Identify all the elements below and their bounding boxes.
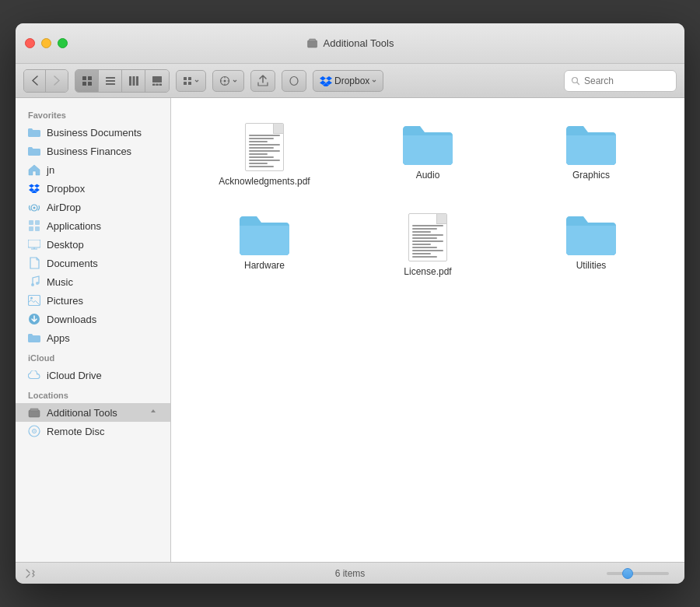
dropbox-chevron-icon <box>372 79 376 83</box>
sidebar-item-apps[interactable]: Apps <box>16 328 170 347</box>
sidebar-item-additional-tools[interactable]: Additional Tools <box>16 403 170 422</box>
file-name: Hardware <box>244 260 285 271</box>
file-item-graphics[interactable]: Graphics <box>513 114 669 196</box>
svg-rect-8 <box>106 83 115 85</box>
share-button[interactable] <box>250 70 275 92</box>
folder-icon <box>28 145 40 157</box>
nav-buttons <box>23 69 68 93</box>
sidebar-item-label: jn <box>47 164 54 176</box>
folder-icon <box>403 123 453 165</box>
sidebar-item-airdrop[interactable]: AirDrop <box>16 198 170 216</box>
sidebar-item-label: Downloads <box>47 314 96 325</box>
applications-icon <box>28 219 40 232</box>
icloud-label: iCloud <box>16 347 170 366</box>
file-item-audio[interactable]: Audio <box>350 114 506 196</box>
file-name: Audio <box>416 170 440 181</box>
traffic-lights <box>25 38 68 48</box>
sidebar-item-icloud-drive[interactable]: iCloud Drive <box>16 366 170 384</box>
list-view-button[interactable] <box>99 70 122 92</box>
file-item-utilities[interactable]: Utilities <box>513 204 669 286</box>
svg-rect-0 <box>308 40 317 47</box>
eject-icon[interactable] <box>149 407 158 419</box>
svg-rect-29 <box>35 226 40 231</box>
icloud-icon <box>28 369 40 381</box>
svg-rect-15 <box>159 83 163 86</box>
home-icon <box>28 163 40 176</box>
sidebar-item-desktop[interactable]: Desktop <box>16 235 170 254</box>
locations-label: Locations <box>16 384 170 403</box>
arrange-button[interactable] <box>176 70 206 92</box>
drive-icon <box>306 37 319 50</box>
search-input[interactable] <box>584 75 670 86</box>
sidebar-item-jn[interactable]: jn <box>16 160 170 179</box>
sidebar-item-pictures[interactable]: Pictures <box>16 291 170 310</box>
svg-rect-2 <box>82 76 86 80</box>
minimize-button[interactable] <box>41 38 51 48</box>
file-name: Utilities <box>576 260 607 271</box>
svg-rect-26 <box>29 220 33 225</box>
statusbar-tools <box>25 568 36 579</box>
svg-rect-11 <box>136 76 138 86</box>
documents-icon <box>28 257 40 269</box>
gallery-view-button[interactable] <box>145 70 169 92</box>
sidebar-item-applications[interactable]: Applications <box>16 216 170 235</box>
sidebar-item-label: Business Finances <box>47 146 131 157</box>
sidebar-item-label: Applications <box>47 220 101 232</box>
sidebar-item-label: Business Documents <box>47 127 142 139</box>
sidebar-item-label: Documents <box>47 258 98 269</box>
sidebar-item-music[interactable]: Music <box>16 272 170 291</box>
file-item-acknowledgments[interactable]: Acknowledgments.pdf <box>187 114 342 196</box>
dropbox-icon <box>320 75 332 86</box>
sidebar-item-downloads[interactable]: Downloads <box>16 310 170 328</box>
pdf-icon <box>245 123 284 171</box>
svg-point-31 <box>31 283 34 286</box>
svg-rect-28 <box>29 226 33 231</box>
zoom-slider[interactable] <box>607 572 669 575</box>
sidebar-item-documents[interactable]: Documents <box>16 254 170 272</box>
file-name: Acknowledgments.pdf <box>219 176 310 187</box>
pdf-icon <box>408 213 447 261</box>
sidebar-item-remote-disc[interactable]: Remote Disc <box>16 422 170 440</box>
file-item-license[interactable]: License.pdf <box>350 204 506 286</box>
folder-icon <box>566 213 616 255</box>
dropbox-icon <box>28 182 40 195</box>
downloads-icon <box>28 313 40 325</box>
close-button[interactable] <box>25 38 35 48</box>
action-button[interactable] <box>212 70 244 92</box>
sidebar-item-business-documents[interactable]: Business Documents <box>16 123 170 142</box>
svg-rect-27 <box>35 220 40 225</box>
forward-button[interactable] <box>46 70 68 92</box>
search-box[interactable] <box>564 70 677 92</box>
tag-button[interactable] <box>282 70 306 92</box>
folder-icon <box>28 126 40 139</box>
svg-rect-37 <box>30 409 38 411</box>
dropbox-button[interactable]: Dropbox <box>313 70 383 92</box>
sidebar-item-label: Additional Tools <box>47 407 117 419</box>
file-name: Graphics <box>572 170 610 181</box>
svg-rect-17 <box>188 77 191 80</box>
back-button[interactable] <box>24 70 46 92</box>
slider-thumb[interactable] <box>622 568 633 579</box>
sidebar-item-label: Remote Disc <box>47 426 104 437</box>
content-area: Favorites Business Documents Business Fi… <box>16 98 684 562</box>
sidebar-item-dropbox[interactable]: Dropbox <box>16 179 170 198</box>
column-view-button[interactable] <box>122 70 145 92</box>
sidebar-item-label: iCloud Drive <box>47 370 102 381</box>
disc-icon <box>28 425 40 437</box>
svg-point-22 <box>290 76 298 85</box>
svg-point-32 <box>36 282 39 285</box>
file-item-hardware[interactable]: Hardware <box>187 204 342 286</box>
window-title: Additional Tools <box>306 37 394 50</box>
folder-icon <box>28 332 40 344</box>
svg-rect-30 <box>28 240 40 247</box>
maximize-button[interactable] <box>58 38 68 48</box>
item-count: 6 items <box>335 568 366 579</box>
view-buttons <box>75 69 170 93</box>
icon-view-button[interactable] <box>75 70 99 92</box>
sidebar-item-label: AirDrop <box>47 202 81 213</box>
airdrop-icon <box>28 201 40 213</box>
file-name: License.pdf <box>404 266 451 277</box>
svg-rect-13 <box>152 83 156 86</box>
svg-rect-10 <box>132 76 135 86</box>
sidebar-item-business-finances[interactable]: Business Finances <box>16 142 170 160</box>
